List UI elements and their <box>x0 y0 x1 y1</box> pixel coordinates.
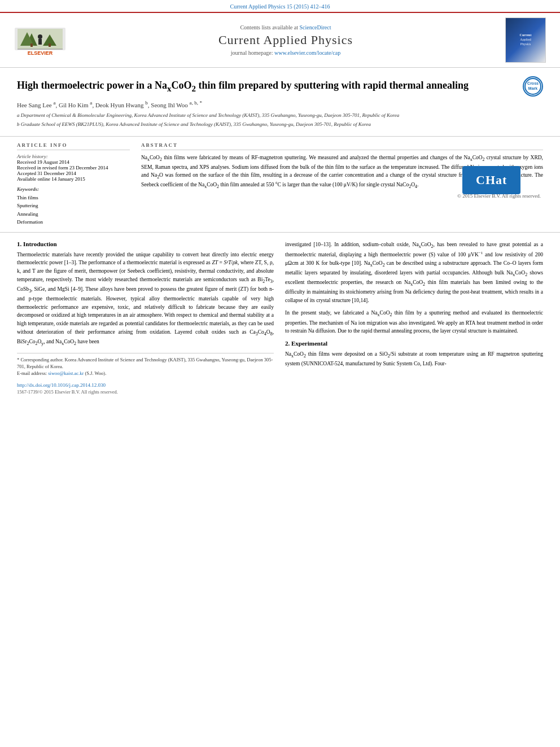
keywords-section: Keywords: Thin filmsSputteringAnnealingD… <box>17 186 130 226</box>
journal-name: Current Applied Physics <box>71 33 500 47</box>
left-column: 1. Introduction Thermoelectric materials… <box>17 241 274 396</box>
journal-homepage: journal homepage: www.elsevier.com/locat… <box>71 50 500 56</box>
article-history-label: Article history: <box>17 154 130 159</box>
citation-text: Current Applied Physics 15 (2015) 412–41… <box>230 3 330 10</box>
revised-date: Received in revised form 23 December 201… <box>17 165 130 171</box>
chat-button[interactable]: CHat <box>462 166 520 194</box>
journal-citation: Current Applied Physics 15 (2015) 412–41… <box>0 0 560 12</box>
keywords-list: Thin filmsSputteringAnnealingDeformation <box>17 194 130 226</box>
section2-heading: 2. Experimental <box>285 340 543 347</box>
journal-thumbnail: CurrentAppliedPhysics <box>505 18 546 63</box>
journal-thumbnail-area: CurrentAppliedPhysics <box>500 18 551 63</box>
footnote-corresponding: * Corresponding author. Korea Advanced I… <box>17 357 274 370</box>
journal-header: ELSEVIER Contents lists available at Sci… <box>0 12 560 68</box>
svg-rect-8 <box>38 39 42 45</box>
author-list: Hee Sang Lee a, Gil Ho Kim a, Deok Hyun … <box>17 100 517 108</box>
received-date: Received 19 August 2014 <box>17 159 130 165</box>
right-column: investigated [10–13]. In addition, sodiu… <box>285 241 543 396</box>
svg-text:Mark: Mark <box>528 86 537 90</box>
footnote-email: E-mail address: siwoo@kaist.ac.kr (S.J. … <box>17 370 274 377</box>
email-link[interactable]: siwoo@kaist.ac.kr <box>48 370 84 376</box>
article-title: High thermoelectric power in a NaxCoO2 t… <box>17 79 517 94</box>
homepage-url[interactable]: www.elsevier.com/locate/cap <box>274 50 340 56</box>
affiliation-b: b Graduate School of EEWS (BK21PLUS), Ko… <box>17 121 517 128</box>
svg-rect-5 <box>30 43 33 47</box>
accepted-date: Accepted 31 December 2014 <box>17 171 130 176</box>
svg-point-7 <box>38 34 42 39</box>
doi-link[interactable]: http://dx.doi.org/10.1016/j.cap.2014.12.… <box>17 382 106 388</box>
sciencedirect-link[interactable]: ScienceDirect <box>299 24 331 30</box>
article-header: High thermoelectric power in a NaxCoO2 t… <box>0 68 560 137</box>
section1-para1: Thermoelectric materials have recently p… <box>17 251 274 348</box>
main-body: 1. Introduction Thermoelectric materials… <box>0 233 560 396</box>
publisher-logo-area: ELSEVIER <box>9 22 71 59</box>
affiliation-a: a Department of Chemical & Biomolecular … <box>17 112 517 119</box>
sciencedirect-notice: Contents lists available at ScienceDirec… <box>71 24 500 30</box>
online-date: Available online 14 January 2015 <box>17 176 130 182</box>
svg-rect-6 <box>49 43 51 47</box>
section1-heading: 1. Introduction <box>17 241 274 247</box>
svg-text:ELSEVIER: ELSEVIER <box>28 50 53 56</box>
article-info-column: ARTICLE INFO Article history: Received 1… <box>17 142 130 226</box>
svg-text:Cross: Cross <box>527 81 539 85</box>
section1-para2: investigated [10–13]. In addition, sodiu… <box>285 241 543 305</box>
article-info-heading: ARTICLE INFO <box>17 142 130 150</box>
issn-copyright: 1567-1739/© 2015 Elsevier B.V. All right… <box>17 388 274 396</box>
abstract-heading: ABSTRACT <box>141 142 543 150</box>
section2-para1: NaxCoO2 thin films were deposited on a S… <box>285 350 543 368</box>
keywords-label: Keywords: <box>17 186 130 192</box>
footnote-section: * Corresponding author. Korea Advanced I… <box>17 353 274 377</box>
crossmark-icon: Cross Mark <box>523 76 543 97</box>
crossmark-badge-area: Cross Mark <box>523 76 543 97</box>
elsevier-logo: ELSEVIER <box>15 22 65 59</box>
section1-para3: In the present study, we fabricated a Na… <box>285 309 543 335</box>
journal-title-area: Contents lists available at ScienceDirec… <box>71 24 500 56</box>
